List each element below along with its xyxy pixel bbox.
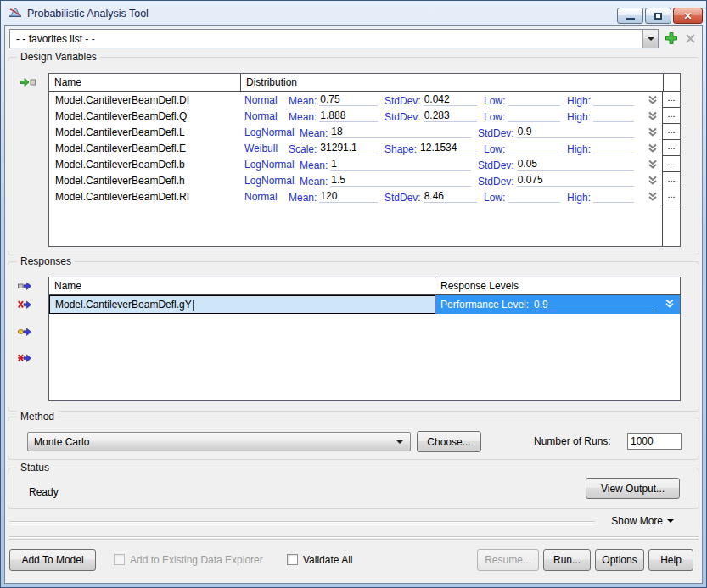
distribution-param: High:: [567, 190, 641, 204]
distribution-type[interactable]: Normal: [244, 94, 289, 106]
delete-response-icon[interactable]: [18, 300, 35, 311]
row-more-button[interactable]: ...: [663, 156, 680, 172]
text-cursor: [193, 300, 194, 311]
chevron-down-icon[interactable]: [647, 143, 659, 153]
row-more-button[interactable]: ...: [663, 140, 680, 156]
design-variable-row[interactable]: Model.CantileverBeamDefl.RINormalMean:12…: [49, 188, 680, 204]
param-value-field[interactable]: 120: [319, 190, 378, 203]
chevron-down-icon[interactable]: [647, 192, 659, 201]
design-variable-row[interactable]: Model.CantileverBeamDefl.DINormalMean:0.…: [49, 92, 680, 108]
param-value-field[interactable]: 31291.1: [319, 142, 378, 154]
options-button[interactable]: Options: [595, 549, 644, 571]
performance-level-value[interactable]: 0.9: [534, 299, 653, 311]
add-design-variable-icon[interactable]: [20, 77, 36, 89]
chevron-down-icon[interactable]: [647, 111, 659, 120]
add-to-model-button[interactable]: Add To Model: [9, 549, 96, 571]
param-value-field[interactable]: 1.5: [330, 174, 471, 187]
param-label: High:: [567, 143, 591, 155]
chevron-down-icon[interactable]: [664, 299, 676, 308]
remove-favorite-button[interactable]: [683, 31, 697, 45]
design-variable-row[interactable]: Model.CantileverBeamDefl.EWeibullScale:3…: [49, 140, 680, 156]
titlebar[interactable]: Probabilistic Analysis Tool: [2, 1, 705, 25]
param-value-field[interactable]: 1: [330, 158, 471, 171]
distribution-type[interactable]: Normal: [244, 191, 289, 203]
distribution-type[interactable]: Weibull: [244, 143, 289, 154]
distribution-cell: NormalMean:120StdDev:8.46Low:High:: [241, 188, 663, 204]
distribution-type[interactable]: LogNormal: [244, 126, 300, 138]
response-row[interactable]: Model.CantileverBeamDefl.gYPerformance L…: [49, 295, 680, 314]
variable-name[interactable]: Model.CantileverBeamDefl.L: [49, 126, 241, 138]
param-value-field[interactable]: 12.1534: [419, 142, 477, 154]
column-header-name: Name: [49, 74, 241, 91]
method-label: Method: [17, 411, 58, 423]
row-more-button[interactable]: ...: [663, 92, 680, 108]
run-button[interactable]: Run...: [543, 549, 591, 571]
response-level-cell[interactable]: Performance Level:0.9: [435, 295, 680, 314]
distribution-type[interactable]: Normal: [244, 110, 289, 122]
param-value-field[interactable]: 0.283: [424, 109, 477, 122]
variable-name[interactable]: Model.CantileverBeamDefl.h: [49, 175, 241, 187]
distribution-param: Scale:31291.1: [289, 142, 384, 156]
param-label: Scale:: [289, 143, 317, 155]
param-value-field[interactable]: [593, 142, 634, 154]
design-variable-row[interactable]: Model.CantileverBeamDefl.QNormalMean:1.8…: [49, 108, 680, 124]
param-value-field[interactable]: [508, 142, 560, 154]
param-value-field[interactable]: 0.075: [517, 174, 634, 187]
help-button[interactable]: Help: [648, 549, 693, 571]
param-value-field[interactable]: [593, 190, 634, 203]
variable-name[interactable]: Model.CantileverBeamDefl.DI: [49, 94, 241, 106]
add-favorite-button[interactable]: [663, 30, 679, 46]
row-more-button[interactable]: ...: [663, 188, 680, 204]
chevron-down-icon[interactable]: [647, 160, 659, 169]
chevron-down-icon[interactable]: [647, 95, 659, 104]
param-value-field[interactable]: 0.75: [319, 93, 378, 106]
param-label: Mean:: [289, 192, 317, 204]
row-more-button[interactable]: ...: [663, 172, 680, 188]
validate-all-checkbox[interactable]: [287, 554, 298, 565]
method-group: Method Monte Carlo Choose... Number of R…: [8, 417, 699, 460]
distribution-param: High:: [567, 93, 641, 108]
delete-output-response-icon[interactable]: [18, 353, 35, 365]
favorites-combobox[interactable]: - - favorites list - -: [9, 29, 659, 48]
gray-x-icon: [685, 33, 696, 44]
chevron-down-icon[interactable]: [647, 176, 659, 185]
param-value-field[interactable]: [508, 109, 560, 122]
param-value-field[interactable]: 0.05: [517, 158, 634, 171]
response-name[interactable]: Model.CantileverBeamDefl.gY: [49, 295, 435, 314]
show-more-toggle[interactable]: Show More: [611, 515, 674, 527]
row-more-button[interactable]: ...: [663, 108, 680, 124]
param-value-field[interactable]: [593, 109, 634, 122]
choose-method-button[interactable]: Choose...: [417, 431, 481, 452]
maximize-button[interactable]: [645, 8, 671, 24]
param-value-field[interactable]: 8.46: [424, 190, 477, 203]
param-value-field[interactable]: 0.9: [517, 126, 634, 138]
favorites-dropdown-button[interactable]: [642, 30, 658, 48]
method-dropdown[interactable]: Monte Carlo: [27, 432, 411, 451]
variable-name[interactable]: Model.CantileverBeamDefl.Q: [49, 110, 241, 122]
param-value-field[interactable]: [508, 93, 560, 106]
add-output-response-icon[interactable]: [18, 327, 35, 339]
design-variable-row[interactable]: Model.CantileverBeamDefl.LLogNormalMean:…: [49, 124, 680, 140]
param-value-field[interactable]: [508, 190, 560, 203]
variable-name[interactable]: Model.CantileverBeamDefl.b: [49, 159, 241, 171]
add-response-icon[interactable]: [18, 281, 35, 293]
param-value-field[interactable]: 0.042: [424, 93, 477, 106]
design-variable-row[interactable]: Model.CantileverBeamDefl.bLogNormalMean:…: [49, 156, 680, 172]
row-more-button[interactable]: ...: [663, 124, 680, 140]
number-of-runs-input[interactable]: [627, 433, 682, 450]
param-value-field[interactable]: [593, 93, 634, 106]
show-more-arrow-icon: [667, 519, 674, 523]
distribution-type[interactable]: LogNormal: [244, 159, 300, 171]
distribution-type[interactable]: LogNormal: [244, 175, 300, 187]
add-to-existing-checkbox[interactable]: [114, 554, 125, 565]
resume-button[interactable]: Resume...: [477, 549, 539, 571]
minimize-button[interactable]: [617, 8, 643, 24]
variable-name[interactable]: Model.CantileverBeamDefl.E: [49, 143, 241, 154]
variable-name[interactable]: Model.CantileverBeamDefl.RI: [49, 191, 241, 203]
chevron-down-icon[interactable]: [647, 127, 659, 137]
design-variable-row[interactable]: Model.CantileverBeamDefl.hLogNormalMean:…: [49, 172, 680, 188]
view-output-button[interactable]: View Output...: [586, 478, 680, 499]
close-button[interactable]: ✕: [673, 8, 703, 24]
param-value-field[interactable]: 18: [330, 126, 471, 138]
param-value-field[interactable]: 1.888: [319, 109, 378, 122]
